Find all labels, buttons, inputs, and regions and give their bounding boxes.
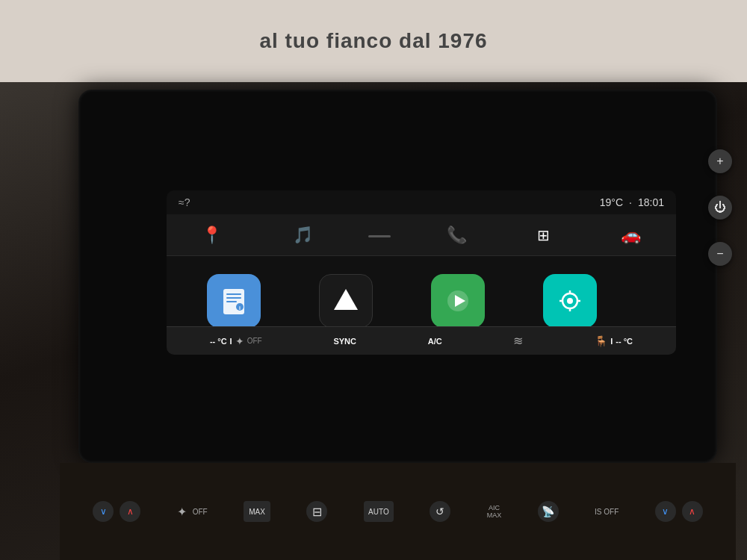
app-gestore[interactable]: Gestore dei dispositivi	[518, 268, 622, 326]
nav-bar: 📍 🎵 📞 ⊞ 🚗	[167, 214, 676, 256]
right-temp-group: 🪑 I -- °C	[595, 335, 633, 347]
volume-up-button[interactable]: +	[708, 149, 732, 173]
aic-max-label: MAX	[487, 511, 502, 519]
nav-divider	[368, 235, 391, 237]
fan-off-ctrl-label: OFF	[193, 508, 208, 516]
wifi-icon: ≈?	[179, 196, 190, 208]
right-sep: I	[610, 337, 613, 346]
bottom-controls: ∨ ∧ ✦ OFF MAX ⊟ AUTO ↺ AIC MAX 📡 IS OFF …	[60, 463, 736, 560]
max-group: MAX	[244, 501, 270, 522]
aic-group: AIC MAX	[487, 504, 502, 519]
temperature-display: 19°C	[600, 196, 623, 208]
svg-rect-1	[226, 293, 241, 295]
fan-off-label: OFF	[247, 337, 262, 345]
is-off-label: IS OFF	[595, 508, 619, 516]
right-temp-down-blue[interactable]: ∨	[655, 501, 676, 522]
nav-location[interactable]: 📍	[187, 223, 237, 248]
wifi-ctrl-button[interactable]: 📡	[538, 501, 559, 522]
ac-label: A/C	[428, 337, 442, 346]
gestore-icon	[543, 274, 597, 326]
location-icon: 📍	[202, 225, 222, 245]
temp-up-red[interactable]: ∧	[120, 501, 140, 522]
sync-label: SYNC	[333, 337, 356, 346]
sync-group[interactable]: SYNC	[333, 337, 356, 346]
nav-car[interactable]: 🚗	[606, 223, 656, 248]
seat-icon: 🪑	[595, 335, 607, 347]
nav-phone[interactable]: 📞	[432, 223, 482, 248]
nav-center	[368, 232, 391, 237]
app-carplay[interactable]: Apple CarPlay	[406, 268, 510, 326]
phone-icon: 📞	[447, 225, 467, 245]
right-temp: -- °C	[616, 337, 633, 346]
plus-icon: +	[716, 155, 723, 168]
power-button[interactable]: ⏻	[708, 196, 732, 220]
minus-icon: −	[716, 247, 723, 261]
wifi-ctrl-group: 📡	[538, 501, 559, 522]
climate-bar: -- °C I ✦ OFF SYNC A/C ≋ 🪑 I -- °C	[167, 326, 676, 355]
auto-button[interactable]: AUTO	[364, 501, 394, 522]
screen-bezel: ≈? 19°C · 18:01 📍 🎵 📞 ⊞	[78, 90, 717, 463]
app-row-1: i Manuale d'uso Android Auto	[182, 268, 661, 326]
volume-down-button[interactable]: −	[708, 242, 732, 266]
manuale-icon: i	[207, 274, 261, 326]
app-android-auto[interactable]: Android Auto	[294, 268, 398, 326]
power-icon: ⏻	[714, 201, 726, 214]
heat-grid-group: ⊟	[306, 501, 327, 522]
apps-icon: ⊞	[537, 226, 550, 244]
status-separator: ·	[629, 196, 632, 208]
recirculate-button[interactable]: ↺	[430, 501, 450, 522]
is-off-group: IS OFF	[595, 508, 619, 516]
fan-ctrl-icon: ✦	[177, 505, 187, 519]
rear-icon: ≋	[513, 334, 523, 348]
aic-label: AIC	[489, 504, 500, 511]
svg-rect-3	[226, 301, 237, 302]
temp-arrows-right: ∨ ∧	[655, 501, 703, 522]
status-left: ≈?	[179, 196, 190, 208]
left-sep: I	[230, 337, 232, 346]
app-manuale[interactable]: i Manuale d'uso	[182, 268, 286, 326]
fan-icon: ✦	[235, 335, 244, 347]
fan-off-group: ✦ OFF	[177, 505, 208, 519]
auto-group: AUTO	[364, 501, 394, 522]
svg-point-10	[567, 298, 573, 304]
dealer-banner: al tuo fianco dal 1976	[0, 0, 747, 82]
left-temp-group: -- °C I ✦ OFF	[210, 335, 262, 347]
nav-apps[interactable]: ⊞	[522, 223, 565, 247]
ac-group[interactable]: A/C	[428, 337, 442, 346]
max-button[interactable]: MAX	[244, 501, 270, 522]
app-area: i Manuale d'uso Android Auto	[167, 256, 676, 326]
svg-rect-2	[226, 297, 241, 299]
right-temp-up-red[interactable]: ∧	[682, 501, 703, 522]
time-display: 18:01	[638, 196, 664, 208]
heat-grid-button[interactable]: ⊟	[306, 501, 327, 522]
status-bar: ≈? 19°C · 18:01	[167, 190, 676, 214]
left-temp: -- °C	[210, 337, 227, 346]
status-right: 19°C · 18:01	[600, 196, 664, 208]
svg-marker-6	[334, 289, 358, 310]
temp-arrows-left: ∨ ∧	[93, 501, 140, 522]
dealer-text: al tuo fianco dal 1976	[259, 29, 487, 53]
car-icon: 🚗	[621, 225, 641, 245]
infotainment-screen: ≈? 19°C · 18:01 📍 🎵 📞 ⊞	[167, 190, 676, 355]
recirculate-group: ↺	[430, 501, 450, 522]
rear-group[interactable]: ≋	[513, 334, 523, 348]
temp-down-blue[interactable]: ∨	[93, 501, 114, 522]
nav-music[interactable]: 🎵	[278, 223, 328, 248]
music-icon: 🎵	[293, 225, 313, 245]
side-buttons: + ⏻ −	[708, 149, 732, 266]
android-auto-icon	[319, 274, 373, 326]
svg-text:i: i	[239, 305, 241, 311]
carplay-icon	[431, 274, 485, 326]
